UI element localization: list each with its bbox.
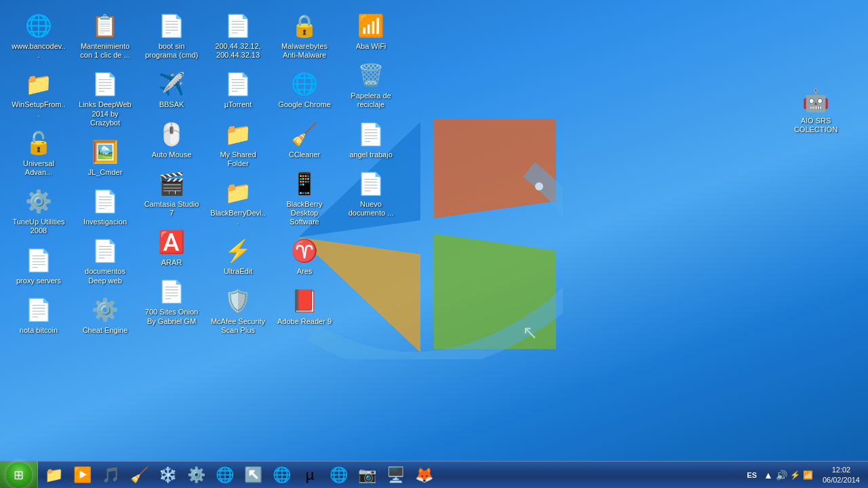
icon-label-jl-cmder: JL_Cmder <box>88 168 123 177</box>
taskbar-icon-cursor[interactable]: ↖️ <box>239 463 267 487</box>
desktop-icon-investigacion[interactable]: 📄 Investigacion <box>75 184 136 230</box>
desktop-icon-google-chrome-d[interactable]: 🌐 Google Chrome <box>274 66 335 113</box>
taskbar-icon-network[interactable]: 🌐 <box>211 463 238 487</box>
language-indicator: ES <box>744 471 760 479</box>
desktop-icon-mcafee[interactable]: 🛡️ McAfee Security Scan Plus <box>208 283 269 339</box>
icon-img-utorrent: 📄 <box>224 70 252 98</box>
desktop-icon-mantenimiento[interactable]: 📋 Mantenimiento con 1 clic de ... <box>75 8 136 64</box>
desktop-icon-winsetup[interactable]: 📁 WinSetupFrom... <box>8 66 69 122</box>
desktop-icon-nota-bitcoin[interactable]: 📄 nota bitcoin <box>8 292 69 339</box>
icon-img-blackberry-devi: 📁 <box>224 179 252 206</box>
icon-label-bbsak: BBSAK <box>159 100 184 109</box>
icon-img-ip-200: 📄 <box>224 12 252 39</box>
tray-arrow-icon[interactable]: ▲ <box>764 470 773 481</box>
taskbar-icon-utorrent-tb[interactable]: µ <box>296 463 323 487</box>
desktop-icon-www-bancodev[interactable]: 🌐 www.bancodev... <box>8 8 69 64</box>
desktop-icon-tuneup-2008[interactable]: ⚙️ TuneUp Utilities 2008 <box>8 184 69 239</box>
clock[interactable]: 12:02 06/02/2014 <box>817 462 865 488</box>
icon-label-ip-200: 200.44.32.12, 200.44.32.13 <box>210 42 266 60</box>
desktop-icon-nuevo-doc[interactable]: 📄 Nuevo documento ... <box>340 166 401 222</box>
icon-label-papelera: Papelera de reciclaje <box>343 92 399 109</box>
icon-img-cheat-engine: ⚙️ <box>92 296 119 323</box>
icon-label-angel-trabajo: angel trabajo <box>349 150 393 159</box>
icon-img-aba-wifi: 📶 <box>357 12 384 39</box>
taskbar-icon-media-player[interactable]: ▶️ <box>68 463 96 487</box>
desktop-icon-cheat-engine[interactable]: ⚙️ Cheat Engine <box>75 292 136 339</box>
desktop-icon-blackberry-desk[interactable]: 📱 BlackBerry Desktop Software <box>274 166 335 231</box>
icon-label-proxy-servers: proxy servers <box>16 277 61 285</box>
desktop-icon-ares[interactable]: ♈ Ares <box>274 233 335 280</box>
desktop-icon-700-sites[interactable]: 📄 700 Sites Onion By Gabriel GM <box>141 274 202 329</box>
desktop-icon-camtasia[interactable]: 🎬 Camtasia Studio 7 <box>141 166 202 222</box>
taskbar-icon-chrome-tb[interactable]: 🌐 <box>325 463 352 487</box>
taskbar-icon-desktop-tb[interactable]: 🖥️ <box>382 463 409 487</box>
desktop-icon-auto-mouse[interactable]: 🖱️ Auto Mouse <box>141 117 202 163</box>
icon-label-auto-mouse: Auto Mouse <box>152 150 192 159</box>
icon-img-google-chrome-d: 🌐 <box>291 70 318 98</box>
icon-label-blackberry-devi: BlackBerryDevi... <box>210 209 266 226</box>
taskbar-icons: 📁▶️🎵🧹❄️⚙️🌐↖️🌐µ🌐📷🖥️🦊 <box>38 462 439 488</box>
desktop-icon-malwarebytes[interactable]: 🔒 Malwarebytes Anti-Malware <box>274 8 335 64</box>
system-tray: ▲ 🔊 ⚡ 📶 <box>760 470 817 481</box>
desktop-icon-adobe-reader[interactable]: 📕 Adobe Reader 9 <box>274 283 335 330</box>
desktop-icon-angel-trabajo[interactable]: 📄 angel trabajo <box>340 117 401 163</box>
desktop-icon-utorrent[interactable]: 📄 µTorrent <box>208 66 269 113</box>
icon-img-mantenimiento: 📋 <box>92 12 119 39</box>
icon-img-tuneup-2008: ⚙️ <box>25 188 52 215</box>
taskbar-icon-firefox[interactable]: 🦊 <box>410 463 437 487</box>
icon-img-ares: ♈ <box>291 237 318 264</box>
desktop-icon-documentos-deep[interactable]: 📄 documentos Deep web <box>75 233 136 289</box>
icon-label-winsetup: WinSetupFrom... <box>11 100 66 118</box>
taskbar-icon-settings[interactable]: ⚙️ <box>182 463 210 487</box>
icon-img-links-deepweb: 📄 <box>92 70 119 98</box>
tray-power-icon[interactable]: ⚡ <box>790 470 800 480</box>
desktop: 🌐 www.bancodev... 📁 WinSetupFrom... 🔓 Un… <box>0 0 868 461</box>
icon-img-adobe-reader: 📕 <box>291 287 318 314</box>
desktop-icon-my-shared[interactable]: 📁 My Shared Folder <box>208 117 269 172</box>
desktop-icon-aba-wifi[interactable]: 📶 Aba WiFi <box>340 8 401 55</box>
icon-label-nuevo-doc: Nuevo documento ... <box>343 200 399 218</box>
taskbar: ⊞ 📁▶️🎵🧹❄️⚙️🌐↖️🌐µ🌐📷🖥️🦊 ES ▲ 🔊 ⚡ 📶 12:02 0… <box>0 461 868 488</box>
desktop-icon-ip-200[interactable]: 📄 200.44.32.12, 200.44.32.13 <box>208 8 269 64</box>
windows-logo-icon: ⊞ <box>14 468 24 483</box>
taskbar-icon-seven-remover[interactable]: ❄️ <box>154 463 181 487</box>
icon-img-malwarebytes: 🔒 <box>291 12 318 39</box>
icon-label-aba-wifi: Aba WiFi <box>356 42 387 51</box>
start-orb: ⊞ <box>6 462 32 488</box>
icon-label-documentos-deep: documentos Deep web <box>77 267 133 285</box>
taskbar-icon-ie[interactable]: 🌐 <box>268 463 295 487</box>
tray-volume-icon[interactable]: 🔊 <box>776 470 787 481</box>
taskbar-icon-winamp[interactable]: 🎵 <box>97 463 124 487</box>
icon-label-mcafee: McAfee Security Scan Plus <box>210 317 266 335</box>
icon-label-cheat-engine: Cheat Engine <box>83 326 128 335</box>
icon-img-documentos-deep: 📄 <box>92 237 119 264</box>
icon-label-camtasia: Camtasia Studio 7 <box>144 200 199 218</box>
desktop-icon-ccleaner[interactable]: 🧹 CCleaner <box>274 117 335 163</box>
desktop-icon-proxy-servers[interactable]: 📄 proxy servers <box>8 243 69 289</box>
icon-label-www-bancodev: www.bancodev... <box>11 42 66 60</box>
start-button[interactable]: ⊞ <box>0 462 38 489</box>
desktop-icon-papelera[interactable]: 🗑️ Papelera de reciclaje <box>340 58 401 113</box>
icon-label-blackberry-desk: BlackBerry Desktop Software <box>277 200 332 227</box>
icon-label-google-chrome-d: Google Chrome <box>278 100 331 109</box>
desktop-icon-universal-advan[interactable]: 🔓 Universal Advan... <box>8 125 69 181</box>
icon-label-adobe-reader: Adobe Reader 9 <box>277 317 332 326</box>
desktop-icon-blackberry-devi[interactable]: 📁 BlackBerryDevi... <box>208 175 269 230</box>
icon-img-blackberry-desk: 📱 <box>291 170 318 197</box>
desktop-icon-links-deepweb[interactable]: 📄 Links DeepWeb 2014 by Crazybot <box>75 66 136 131</box>
tray-network-icon[interactable]: 📶 <box>803 470 813 480</box>
desktop-icon-arar[interactable]: 🅰️ ARAR <box>141 224 202 271</box>
icon-img-boot-sin: 📄 <box>158 12 185 39</box>
taskbar-icon-camera[interactable]: 📷 <box>353 463 380 487</box>
desktop-icon-ultraedit[interactable]: ⚡ UltraEdit <box>208 233 269 280</box>
desktop-icon-bbsak[interactable]: ✈️ BBSAK <box>141 66 202 113</box>
clock-date: 06/02/2014 <box>823 475 860 485</box>
taskbar-icon-ccleaner-tb[interactable]: 🧹 <box>125 463 153 487</box>
desktop-icon-jl-cmder[interactable]: 🖼️ JL_Cmder <box>75 134 136 181</box>
icon-img-ultraedit: ⚡ <box>224 237 252 264</box>
icon-img-proxy-servers: 📄 <box>25 247 52 274</box>
desktop-icon-boot-sin[interactable]: 📄 boot sin programa (cmd) <box>141 8 202 64</box>
icon-label-tuneup-2008: TuneUp Utilities 2008 <box>11 218 66 235</box>
taskbar-icon-explorer[interactable]: 📁 <box>40 463 67 487</box>
icon-img-investigacion: 📄 <box>92 188 119 215</box>
